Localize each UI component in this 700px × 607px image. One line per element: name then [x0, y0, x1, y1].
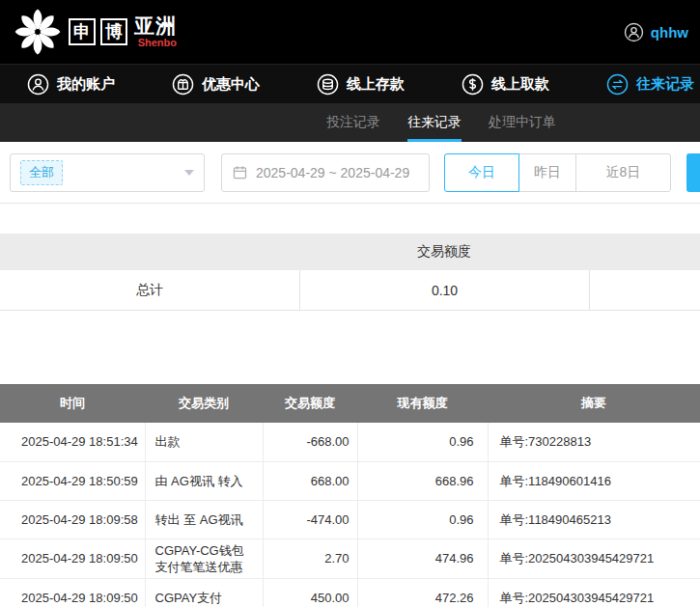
table-cell: 474.96	[357, 538, 488, 578]
table-cell: 2025-04-29 18:51:34	[0, 423, 145, 461]
table-cell: 单号:202504303945429721	[488, 538, 700, 578]
brand-latin-label: Shenbo	[138, 37, 177, 48]
nav-label: 线上存款	[347, 75, 405, 94]
column-header-type: 交易类别	[145, 384, 263, 423]
column-header-time: 时间	[0, 384, 145, 423]
summary-total-row: 总计 0.10	[0, 270, 700, 311]
table-row: 2025-04-29 18:09:50CGPAY支付450.00472.26单号…	[0, 578, 700, 607]
nav-label: 往来记录	[636, 75, 694, 94]
table-cell: -474.00	[263, 500, 357, 538]
records-table-body: 2025-04-29 18:51:34出款-668.000.96单号:73022…	[0, 423, 700, 607]
summary-total-value: 0.10	[299, 270, 589, 310]
nav-item-transactions[interactable]: 往来记录	[606, 73, 694, 96]
table-cell: 2025-04-29 18:09:50	[0, 538, 145, 578]
brand-char-shen: 申	[69, 18, 96, 45]
date-range-picker[interactable]: 2025-04-29 ~ 2025-04-29	[221, 153, 430, 192]
nav-item-promotions[interactable]: 优惠中心	[172, 73, 260, 96]
table-cell: 出款	[145, 423, 263, 461]
calendar-icon	[232, 164, 248, 180]
summary-header-spacer	[589, 234, 700, 270]
table-cell: 单号:118490465213	[488, 500, 700, 538]
account-menu[interactable]: qhhw	[624, 22, 688, 42]
main-nav: 我的账户 优惠中心 线上存款 线上取款 往来记录	[0, 64, 700, 103]
table-row: 2025-04-29 18:51:34出款-668.000.96单号:73022…	[0, 423, 700, 461]
dollar-icon	[462, 73, 484, 96]
table-cell: 472.26	[357, 578, 488, 607]
table-cell: CGPAY支付	[145, 578, 263, 607]
brand-char-bo: 博	[100, 18, 127, 45]
table-row: 2025-04-29 18:09:50CGPAY-CG钱包支付笔笔送优惠2.70…	[0, 538, 700, 578]
quick-date-buttons: 今日 昨日 近8日	[444, 153, 671, 192]
yesterday-button[interactable]: 昨日	[518, 153, 576, 192]
coins-icon	[317, 73, 339, 96]
date-range-value: 2025-04-29 ~ 2025-04-29	[256, 165, 409, 180]
username-label: qhhw	[651, 24, 688, 41]
record-tabs: 投注记录 往来记录 处理中订单	[0, 103, 700, 142]
nav-item-withdraw[interactable]: 线上取款	[462, 73, 549, 96]
user-icon	[624, 22, 644, 42]
search-button[interactable]	[686, 153, 700, 192]
brand-region-block: 亚洲 Shenbo	[134, 15, 177, 48]
table-row: 2025-04-29 18:09:58转出 至 AG视讯-474.000.96单…	[0, 500, 700, 538]
summary-header: 交易额度	[0, 234, 700, 270]
transfer-icon	[606, 73, 629, 96]
filter-bar: 全部 2025-04-29 ~ 2025-04-29 今日 昨日 近8日	[0, 142, 700, 204]
table-cell: 2025-04-29 18:09:58	[0, 500, 145, 538]
table-cell: 单号:118490601416	[488, 461, 700, 500]
top-bar: 申 博 亚洲 Shenbo qhhw	[0, 0, 700, 64]
tab-transaction-records[interactable]: 往来记录	[407, 103, 462, 142]
column-header-amount: 交易额度	[263, 384, 357, 423]
today-button[interactable]: 今日	[444, 153, 519, 192]
table-cell: 0.96	[357, 423, 488, 461]
table-cell: 单号:202504303945429721	[488, 578, 700, 607]
table-cell: 2.70	[263, 538, 357, 578]
brand-region-label: 亚洲	[134, 15, 177, 37]
nav-item-deposit[interactable]: 线上存款	[317, 73, 405, 96]
tab-betting-records[interactable]: 投注记录	[326, 103, 380, 142]
table-cell: 0.96	[357, 500, 488, 538]
records-table: 时间 交易类别 交易额度 现有额度 摘要 2025-04-29 18:51:34…	[0, 384, 700, 607]
flower-logo-icon	[12, 6, 64, 58]
type-select-value: 全部	[20, 160, 63, 185]
type-select[interactable]: 全部	[10, 153, 205, 192]
nav-label: 线上取款	[491, 75, 549, 94]
table-header-row: 时间 交易类别 交易额度 现有额度 摘要	[0, 384, 700, 423]
summary-header-spacer	[0, 234, 299, 270]
table-row: 2025-04-29 18:50:59由 AG视讯 转入668.00668.96…	[0, 461, 700, 500]
column-header-balance: 现有额度	[357, 384, 488, 423]
nav-label: 优惠中心	[202, 75, 260, 94]
user-icon	[27, 73, 49, 96]
table-cell: 2025-04-29 18:09:50	[0, 578, 145, 607]
table-cell: 转出 至 AG视讯	[145, 500, 263, 538]
table-cell: 450.00	[263, 578, 357, 607]
table-cell: 单号:730228813	[488, 423, 700, 461]
nav-label: 我的账户	[57, 75, 115, 94]
tab-processing-orders[interactable]: 处理中订单	[489, 103, 556, 142]
table-cell: CGPAY-CG钱包支付笔笔送优惠	[145, 538, 263, 578]
table-cell: 668.00	[263, 461, 357, 500]
table-cell: 668.96	[357, 461, 488, 500]
caret-down-icon	[184, 170, 194, 176]
table-cell: -668.00	[263, 423, 357, 461]
gift-icon	[172, 73, 194, 96]
summary-header-label: 交易额度	[299, 234, 589, 270]
last-8-days-button[interactable]: 近8日	[575, 153, 671, 192]
table-cell: 由 AG视讯 转入	[145, 461, 263, 500]
table-cell: 2025-04-29 18:50:59	[0, 461, 145, 500]
summary-row-spacer	[589, 270, 700, 310]
summary-section: 交易额度 总计 0.10	[0, 234, 700, 311]
summary-total-label: 总计	[0, 270, 299, 310]
column-header-summary: 摘要	[488, 384, 700, 423]
nav-item-my-account[interactable]: 我的账户	[27, 73, 115, 96]
